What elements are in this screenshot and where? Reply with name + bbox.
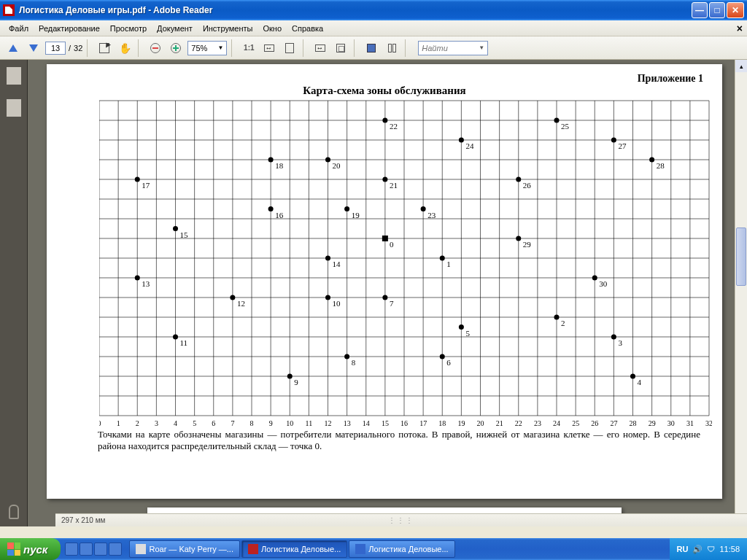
menu-document[interactable]: Документ bbox=[152, 23, 197, 34]
svg-point-121 bbox=[344, 206, 349, 211]
clock[interactable]: 11:58 bbox=[719, 545, 740, 553]
svg-text:0: 0 bbox=[390, 240, 394, 249]
menu-window[interactable]: Окно bbox=[258, 23, 286, 34]
svg-text:17: 17 bbox=[142, 181, 150, 190]
resize-grip-icon: ⋮⋮⋮ bbox=[388, 516, 414, 524]
system-tray: RU 🔊 🛡 11:58 bbox=[670, 538, 747, 560]
svg-text:24: 24 bbox=[553, 419, 560, 427]
svg-point-113 bbox=[173, 226, 178, 231]
svg-point-95 bbox=[440, 354, 445, 359]
window-titlebar: Логистика Деловые игры.pdf - Adobe Reade… bbox=[0, 0, 747, 20]
svg-text:8: 8 bbox=[250, 419, 254, 427]
svg-point-111 bbox=[325, 256, 330, 261]
pdf-icon bbox=[248, 544, 258, 554]
next-page-button[interactable] bbox=[25, 39, 42, 57]
tray-icon-1[interactable]: 🔊 bbox=[692, 545, 703, 554]
fit-width-button[interactable] bbox=[260, 39, 278, 57]
svg-point-125 bbox=[382, 177, 387, 182]
svg-text:12: 12 bbox=[237, 299, 245, 308]
svg-text:21: 21 bbox=[390, 181, 398, 190]
svg-point-129 bbox=[421, 206, 426, 211]
close-button[interactable]: ✕ bbox=[727, 2, 744, 18]
svg-point-101 bbox=[287, 374, 293, 379]
menu-tools[interactable]: Инструменты bbox=[198, 23, 258, 34]
start-label: пуск bbox=[23, 543, 47, 556]
menu-edit[interactable]: Редактирование bbox=[34, 23, 104, 34]
svg-text:4: 4 bbox=[638, 378, 642, 386]
menu-view[interactable]: Просмотр bbox=[106, 23, 151, 34]
svg-point-103 bbox=[325, 295, 330, 300]
page-number-input[interactable] bbox=[45, 42, 66, 55]
start-button[interactable]: пуск bbox=[0, 538, 61, 560]
svg-text:2: 2 bbox=[561, 319, 565, 327]
zoom-in-button[interactable] bbox=[167, 39, 185, 57]
find-box[interactable]: ▼ bbox=[418, 41, 488, 55]
svg-point-127 bbox=[382, 118, 387, 123]
svg-text:15: 15 bbox=[382, 419, 389, 427]
attachments-button[interactable] bbox=[9, 505, 19, 519]
svg-text:21: 21 bbox=[496, 419, 503, 427]
svg-text:28: 28 bbox=[630, 419, 637, 427]
close-doc-button[interactable]: × bbox=[737, 23, 743, 34]
plus-icon bbox=[171, 43, 181, 53]
svg-text:7: 7 bbox=[390, 299, 394, 308]
actual-size-button[interactable]: 1:1 bbox=[240, 39, 258, 57]
svg-text:22: 22 bbox=[390, 122, 398, 131]
svg-text:14: 14 bbox=[363, 419, 370, 427]
svg-point-139 bbox=[649, 158, 654, 163]
bookmarks-button[interactable] bbox=[7, 99, 21, 117]
ql-icon-2[interactable] bbox=[80, 542, 93, 556]
scroll-thumb[interactable] bbox=[736, 228, 746, 286]
svg-text:24: 24 bbox=[465, 141, 474, 150]
svg-text:3: 3 bbox=[155, 419, 158, 427]
window-title: Логистика Деловые игры.pdf - Adobe Reade… bbox=[19, 5, 692, 15]
task-button-2[interactable]: Логистика Деловые... bbox=[241, 540, 347, 558]
svg-text:9: 9 bbox=[269, 419, 273, 427]
svg-text:27: 27 bbox=[618, 141, 627, 150]
full-screen-button[interactable] bbox=[332, 39, 349, 57]
minimize-button[interactable]: — bbox=[692, 2, 708, 18]
svg-text:30: 30 bbox=[667, 419, 675, 427]
hand-tool-button[interactable]: ✋ bbox=[116, 39, 133, 57]
ql-icon-4[interactable] bbox=[109, 542, 122, 556]
page-size-label: 297 x 210 мм bbox=[61, 516, 105, 524]
task-button-1[interactable]: Roar — Katy Perry —... bbox=[129, 540, 240, 558]
maximize-button[interactable]: □ bbox=[709, 2, 725, 18]
ql-icon-1[interactable] bbox=[65, 542, 78, 556]
save-icon bbox=[367, 44, 376, 52]
svg-point-119 bbox=[268, 158, 274, 163]
task-label: Логистика Деловые... bbox=[368, 545, 448, 553]
prev-page-button[interactable] bbox=[4, 39, 22, 57]
fit-page-icon bbox=[285, 43, 294, 53]
thumbnails-button[interactable] bbox=[7, 67, 21, 85]
svg-text:10: 10 bbox=[333, 299, 341, 308]
appendix-label: Приложение 1 bbox=[638, 73, 703, 85]
chart-map: 0123456789101112131415161718192021222324… bbox=[99, 98, 712, 433]
svg-text:20: 20 bbox=[477, 419, 484, 427]
status-bar: 297 x 210 мм ⋮⋮⋮ bbox=[55, 513, 747, 526]
scroll-up-button[interactable]: ▴ bbox=[735, 60, 747, 72]
print-button[interactable] bbox=[383, 39, 400, 57]
menu-help[interactable]: Справка bbox=[287, 23, 328, 34]
menu-file[interactable]: Файл bbox=[4, 23, 33, 34]
svg-text:32: 32 bbox=[705, 419, 712, 427]
task-button-3[interactable]: Логистика Деловые... bbox=[349, 540, 454, 558]
svg-text:11: 11 bbox=[180, 338, 188, 347]
save-button[interactable] bbox=[363, 39, 380, 57]
scroll-mode-button[interactable] bbox=[311, 39, 329, 57]
svg-text:20: 20 bbox=[333, 161, 341, 170]
ql-icon-3[interactable] bbox=[94, 542, 107, 556]
svg-point-109 bbox=[135, 276, 140, 281]
chevron-down-icon[interactable]: ▼ bbox=[479, 44, 484, 51]
fit-page-button[interactable] bbox=[281, 39, 298, 57]
svg-text:12: 12 bbox=[325, 419, 332, 427]
pdf-page: Приложение 1 Карта-схема зоны обслуживан… bbox=[47, 64, 722, 499]
zoom-select[interactable]: 75%▼ bbox=[187, 41, 227, 55]
vertical-scrollbar[interactable]: ▴ ▾ bbox=[735, 60, 747, 526]
zoom-out-button[interactable] bbox=[147, 39, 164, 57]
find-input[interactable] bbox=[422, 44, 479, 52]
tray-icon-2[interactable]: 🛡 bbox=[707, 545, 715, 553]
svg-text:18: 18 bbox=[275, 161, 284, 170]
lang-indicator[interactable]: RU bbox=[677, 545, 689, 553]
select-tool-button[interactable] bbox=[96, 39, 113, 57]
